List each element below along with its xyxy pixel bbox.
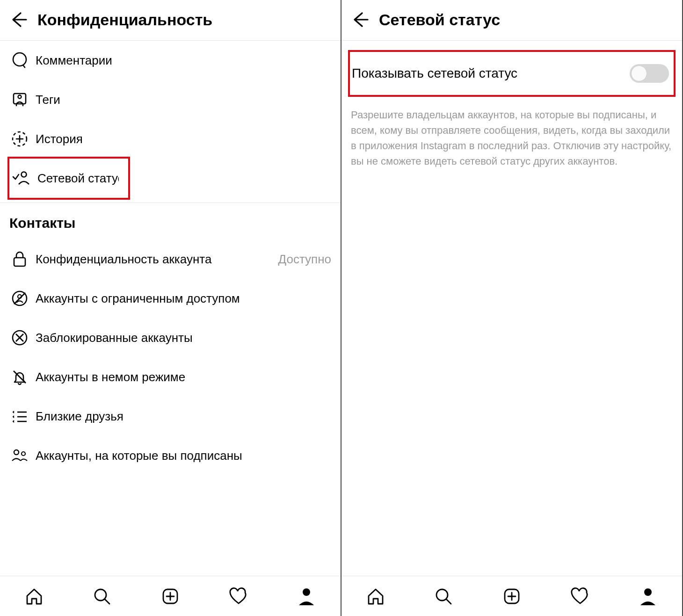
page-title: Конфиденциальность (37, 11, 212, 29)
row-tags[interactable]: Теги (0, 80, 341, 119)
toggle-label: Показывать сетевой статус (352, 66, 517, 81)
row-muted[interactable]: Аккаунты в немом режиме (0, 357, 341, 397)
profile-icon (297, 587, 316, 606)
show-activity-status-row[interactable]: Показывать сетевой статус (350, 52, 674, 95)
row-label: Заблокированные аккаунты (36, 331, 331, 345)
home-icon (24, 587, 44, 606)
tag-icon (9, 89, 30, 110)
profile-icon (639, 587, 657, 606)
lock-icon (9, 249, 30, 269)
row-blocked[interactable]: Заблокированные аккаунты (0, 318, 341, 357)
setting-description: Разрешите владельцам аккаунтов, на котор… (342, 97, 682, 169)
toggle-knob (631, 65, 647, 81)
arrow-left-icon (9, 10, 28, 29)
heart-icon (570, 587, 590, 606)
privacy-screen: Конфиденциальность Комментарии Теги Исто… (0, 0, 342, 616)
row-trailing: Доступно (278, 252, 331, 267)
close-friends-icon (9, 406, 30, 427)
muted-bell-icon (9, 367, 30, 387)
bottom-nav (0, 576, 341, 616)
following-icon (9, 445, 30, 466)
svg-point-17 (22, 452, 25, 456)
row-label: Комментарии (36, 53, 331, 68)
svg-line-25 (446, 599, 451, 604)
row-comments[interactable]: Комментарии (0, 41, 341, 80)
nav-add[interactable] (499, 584, 524, 609)
svg-point-29 (644, 588, 652, 596)
row-label: Аккаунты с ограниченным доступом (36, 291, 331, 306)
heart-icon (228, 587, 249, 606)
nav-home[interactable] (22, 584, 47, 609)
highlighted-toggle-row: Показывать сетевой статус (348, 50, 676, 97)
activity-status-toggle[interactable] (630, 64, 669, 83)
add-post-icon (502, 587, 522, 606)
nav-search[interactable] (431, 584, 456, 609)
add-post-icon (160, 587, 180, 606)
row-label: Сетевой статус (37, 171, 119, 186)
page-title: Сетевой статус (379, 11, 500, 29)
svg-rect-5 (14, 258, 25, 266)
home-icon (366, 587, 385, 606)
restricted-icon (9, 288, 30, 309)
row-label: Конфиденциальность аккаунта (36, 252, 276, 267)
row-label: Близкие друзья (36, 409, 331, 424)
nav-add[interactable] (158, 584, 183, 609)
row-label: Аккаунты в немом режиме (36, 370, 331, 384)
nav-profile[interactable] (294, 584, 319, 609)
row-label: Теги (36, 93, 331, 107)
svg-line-19 (105, 599, 109, 604)
nav-activity[interactable] (226, 584, 251, 609)
svg-point-0 (13, 53, 26, 66)
comment-icon (9, 50, 30, 71)
search-icon (92, 587, 112, 606)
search-icon (434, 587, 453, 606)
content: Показывать сетевой статус Разрешите влад… (342, 41, 682, 576)
svg-point-16 (14, 450, 19, 455)
row-close-friends[interactable]: Близкие друзья (0, 397, 341, 436)
story-icon (9, 129, 30, 149)
back-button[interactable] (350, 9, 371, 30)
arrow-left-icon (351, 10, 370, 29)
svg-point-4 (22, 172, 27, 177)
activity-status-screen: Сетевой статус Показывать сетевой статус… (342, 0, 683, 616)
row-label: Аккаунты, на которые вы подписаны (36, 449, 331, 463)
row-restricted[interactable]: Аккаунты с ограниченным доступом (0, 279, 341, 318)
nav-activity[interactable] (567, 584, 593, 609)
svg-point-2 (18, 95, 22, 99)
row-account-privacy[interactable]: Конфиденциальность аккаунта Доступно (0, 239, 341, 279)
back-button[interactable] (8, 9, 29, 30)
nav-profile[interactable] (635, 584, 661, 609)
row-activity-status[interactable]: Сетевой статус (7, 157, 130, 200)
bottom-nav (342, 576, 682, 616)
row-story[interactable]: История (0, 119, 341, 159)
nav-search[interactable] (89, 584, 115, 609)
blocked-icon (9, 327, 30, 348)
content: Комментарии Теги История Сетевой статус … (0, 41, 341, 576)
svg-point-23 (303, 588, 310, 596)
nav-home[interactable] (363, 584, 388, 609)
header: Сетевой статус (342, 0, 682, 41)
activity-status-icon (11, 168, 32, 188)
header: Конфиденциальность (0, 0, 341, 41)
row-label: История (36, 132, 331, 146)
section-header-contacts: Контакты (0, 203, 341, 239)
row-following[interactable]: Аккаунты, на которые вы подписаны (0, 436, 341, 475)
